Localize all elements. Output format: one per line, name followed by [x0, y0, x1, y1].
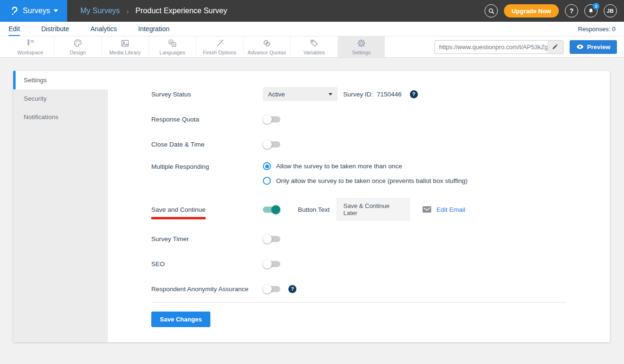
help-icon[interactable]: ?: [288, 285, 296, 293]
toolbar-item-label: Media Library: [109, 50, 141, 55]
pencil-icon: [552, 43, 558, 50]
survey-status-select[interactable]: Active: [263, 87, 338, 101]
toolbar-item-finish-options[interactable]: Finish Options: [196, 36, 243, 57]
radio-icon: [263, 177, 271, 185]
eye-icon: [576, 44, 584, 50]
toolbar-item-label: Workspace: [17, 50, 43, 55]
breadcrumb: My Surveys › Product Experience Survey: [67, 0, 485, 22]
radio-option-label: Only allow the survey to be taken once (…: [276, 177, 468, 184]
toolbar-item-advance-quotas[interactable]: Advance Quotas: [243, 36, 290, 57]
radio-icon: [263, 162, 271, 170]
close-date-row: Close Date & Time: [151, 137, 610, 151]
survey-timer-row: Survey Timer: [151, 232, 610, 246]
toolbar-item-label: Languages: [159, 50, 185, 55]
survey-id-label: Survey ID:: [343, 91, 373, 98]
toolbar-item-variables[interactable]: Variables: [290, 36, 338, 57]
radio-option-label: Allow the survey to be taken more than o…: [276, 163, 402, 170]
toolbar-item-languages[interactable]: ★A Languages: [148, 36, 196, 57]
product-switcher[interactable]: Surveys: [0, 0, 67, 22]
settings-sidebar: Settings Security Notifications: [13, 71, 108, 342]
sidebar-item-settings[interactable]: Settings: [13, 71, 108, 89]
search-icon: [488, 8, 495, 15]
toolbar-item-workspace[interactable]: Workspace: [7, 36, 54, 57]
response-quota-label: Response Quota: [151, 116, 263, 123]
tag-icon: [309, 39, 319, 48]
button-text-label: Button Text: [298, 206, 329, 213]
search-button[interactable]: [485, 4, 498, 17]
survey-status-value: Active: [268, 91, 285, 98]
response-quota-row: Response Quota: [151, 112, 610, 126]
survey-timer-label: Survey Timer: [151, 235, 263, 243]
survey-status-label: Survey Status: [151, 91, 263, 98]
toolbar-item-label: Settings: [352, 50, 371, 55]
toolbar-item-label: Variables: [303, 50, 325, 55]
product-name: Surveys: [23, 7, 50, 15]
image-icon: [120, 39, 130, 48]
translate-icon: ★A: [167, 39, 177, 48]
breadcrumb-separator: ›: [127, 7, 129, 15]
survey-title: Product Experience Survey: [136, 7, 227, 15]
notifications-button[interactable]: 1: [584, 4, 598, 17]
save-changes-button[interactable]: Save Changes: [151, 312, 210, 327]
anonymity-toggle[interactable]: [263, 285, 280, 294]
help-button[interactable]: ?: [565, 4, 578, 17]
sidebar-item-notifications[interactable]: Notifications: [13, 108, 108, 126]
button-text-input[interactable]: Save & Continue Later: [337, 198, 410, 221]
page-content: Settings Security Notifications Survey S…: [0, 58, 624, 355]
edit-url-button[interactable]: [547, 41, 563, 53]
upgrade-button[interactable]: Upgrade Now: [504, 4, 559, 17]
preview-button[interactable]: Preview: [570, 40, 617, 54]
multiple-responding-row: Multiple Responding Allow the survey to …: [151, 162, 610, 185]
survey-url-value: https://www.questionpro.com/t/AP53kZgfo: [435, 43, 547, 51]
sidebar-item-security[interactable]: Security: [13, 89, 108, 108]
survey-id-value: 7150446: [377, 91, 402, 98]
toolbar-item-label: Advance Quotas: [248, 50, 286, 55]
survey-status-row: Survey Status Active Survey ID: 7150446 …: [151, 87, 610, 101]
save-and-continue-row: Save and Continue Button Text Save & Con…: [151, 198, 610, 221]
top-header: Surveys My Surveys › Product Experience …: [0, 0, 624, 22]
svg-text:★: ★: [170, 40, 173, 43]
toolbar-item-label: Design: [69, 50, 86, 55]
palette-icon: [73, 39, 83, 48]
response-quota-toggle[interactable]: [263, 115, 280, 124]
questionpro-logo-icon: [9, 6, 19, 16]
header-actions: Upgrade Now ? 1 JB: [485, 0, 624, 22]
tab-distribute[interactable]: Distribute: [41, 22, 69, 36]
survey-timer-toggle[interactable]: [263, 234, 280, 243]
chevron-down-icon: [53, 9, 58, 12]
avatar[interactable]: JB: [604, 4, 617, 17]
magic-wand-icon: [215, 39, 225, 48]
anonymity-row: Respondent Anonymity Assurance ?: [151, 282, 610, 296]
radio-option-once-only[interactable]: Only allow the survey to be taken once (…: [263, 177, 468, 185]
breadcrumb-my-surveys[interactable]: My Surveys: [80, 7, 120, 15]
help-icon[interactable]: ?: [410, 90, 418, 98]
edit-email-link[interactable]: Edit Email: [436, 206, 465, 213]
workspace-icon: [26, 39, 35, 48]
toolbar-item-settings[interactable]: Settings: [338, 36, 385, 57]
radio-option-multiple-allowed[interactable]: Allow the survey to be taken more than o…: [263, 162, 402, 170]
chain-links-icon: [262, 39, 272, 48]
seo-label: SEO: [151, 260, 263, 268]
responses-count: Responses: 0: [578, 26, 616, 33]
gear-icon: [356, 39, 366, 48]
toolbar-item-media-library[interactable]: Media Library: [101, 36, 148, 57]
edit-toolbar: Workspace Design Media Library ★A Langua…: [0, 36, 624, 58]
tab-edit[interactable]: Edit: [9, 22, 20, 36]
save-and-continue-toggle[interactable]: [263, 205, 280, 214]
toolbar-item-design[interactable]: Design: [54, 36, 101, 57]
survey-url-field[interactable]: https://www.questionpro.com/t/AP53kZgfo: [434, 40, 563, 54]
chevron-down-icon: [329, 93, 332, 95]
avatar-initials: JB: [607, 8, 614, 14]
toolbar-item-label: Finish Options: [203, 50, 236, 55]
settings-form: Survey Status Active Survey ID: 7150446 …: [108, 71, 610, 342]
close-date-toggle[interactable]: [263, 140, 280, 149]
close-date-label: Close Date & Time: [151, 141, 263, 148]
save-and-continue-label: Save and Continue: [151, 206, 206, 219]
seo-row: SEO: [151, 257, 610, 271]
tab-analytics[interactable]: Analytics: [90, 22, 117, 36]
tab-integration[interactable]: Integration: [138, 22, 169, 36]
form-divider: [151, 302, 566, 303]
settings-panel: Settings Security Notifications Survey S…: [13, 71, 610, 342]
notification-badge: 1: [593, 3, 599, 9]
seo-toggle[interactable]: [263, 260, 280, 269]
